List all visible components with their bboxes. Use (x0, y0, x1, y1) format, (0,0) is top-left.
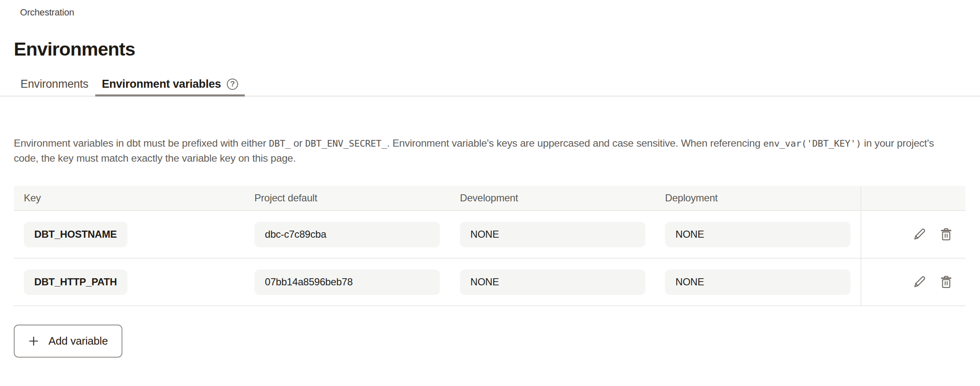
delete-variable-button[interactable] (938, 274, 954, 290)
actions-column-divider (861, 186, 861, 306)
code-dbt-prefix: DBT_ (269, 138, 291, 149)
table-row: DBT_HOSTNAME dbc-c7c89cba NONE NONE (14, 211, 965, 259)
breadcrumb[interactable]: Orchestration (20, 7, 980, 18)
project-default-pill: 07bb14a8596beb78 (254, 269, 440, 295)
column-header-key: Key (14, 192, 254, 204)
development-pill: NONE (460, 222, 645, 247)
development-pill: NONE (460, 269, 645, 295)
code-env-var-call: env_var('DBT_KEY') (763, 138, 861, 149)
pencil-icon (912, 274, 927, 290)
edit-variable-button[interactable] (911, 274, 927, 290)
code-dbt-env-secret-prefix: DBT_ENV_SECRET_ (305, 138, 387, 149)
description-text: Environment variables in dbt must be pre… (14, 137, 269, 149)
deployment-pill: NONE (665, 269, 851, 295)
tab-environments[interactable]: Environments (14, 69, 95, 96)
add-variable-label: Add variable (48, 335, 108, 348)
table-row: DBT_HTTP_PATH 07bb14a8596beb78 NONE NONE (14, 259, 965, 306)
trash-icon (939, 227, 954, 242)
delete-variable-button[interactable] (938, 226, 954, 242)
description-text: . Environment variable's keys are upperc… (387, 137, 763, 149)
tab-environment-variables-label: Environment variables (102, 77, 221, 91)
help-icon[interactable]: ? (227, 79, 238, 90)
key-pill: DBT_HOSTNAME (24, 222, 127, 247)
plus-icon (27, 335, 40, 348)
trash-icon (939, 274, 954, 290)
column-header-deployment: Deployment (665, 192, 861, 204)
description: Environment variables in dbt must be pre… (14, 136, 952, 165)
pencil-icon (912, 227, 927, 242)
column-header-project-default: Project default (254, 192, 460, 204)
description-text: or (291, 137, 305, 149)
project-default-pill: dbc-c7c89cba (254, 222, 440, 247)
deployment-pill: NONE (665, 222, 851, 247)
edit-variable-button[interactable] (911, 226, 927, 242)
column-header-development: Development (460, 192, 665, 204)
add-variable-button[interactable]: Add variable (14, 325, 122, 358)
table-header-row: Key Project default Development Deployme… (14, 186, 965, 211)
environment-variables-page: Orchestration Environments Environments … (0, 7, 980, 358)
tab-bar: Environments Environment variables ? (0, 69, 980, 96)
key-pill: DBT_HTTP_PATH (24, 269, 127, 295)
tab-environment-variables[interactable]: Environment variables ? (95, 69, 245, 96)
env-vars-table: Key Project default Development Deployme… (14, 186, 965, 306)
page-title: Environments (14, 38, 980, 60)
